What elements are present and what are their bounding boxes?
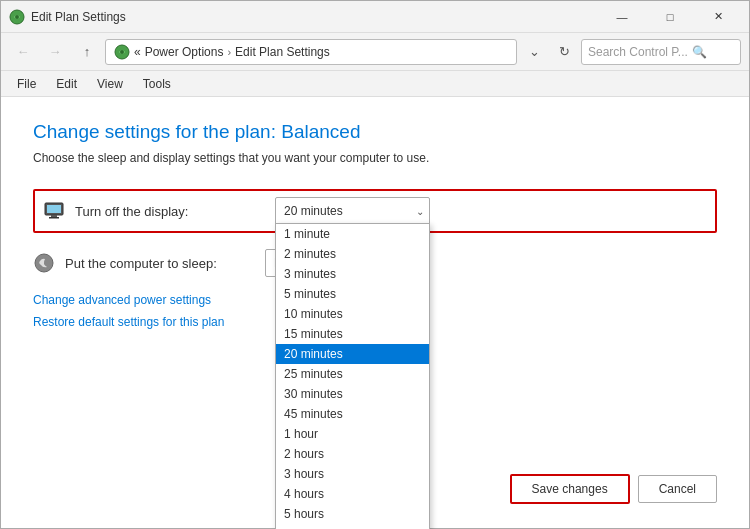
sleep-label: Put the computer to sleep: [65, 256, 265, 271]
minimize-button[interactable]: — [599, 2, 645, 32]
sleep-icon [33, 252, 55, 274]
option-3hrs[interactable]: 3 hours [276, 464, 429, 484]
option-never[interactable]: Never [276, 524, 429, 529]
option-4hrs[interactable]: 4 hours [276, 484, 429, 504]
maximize-button[interactable]: □ [647, 2, 693, 32]
svg-point-3 [120, 50, 124, 54]
cancel-button[interactable]: Cancel [638, 475, 717, 503]
path-sep: › [227, 46, 231, 58]
menu-bar: File Edit View Tools [1, 71, 749, 97]
search-box[interactable]: Search Control P... 🔍 [581, 39, 741, 65]
menu-file[interactable]: File [9, 75, 44, 93]
menu-view[interactable]: View [89, 75, 131, 93]
display-dropdown-wrapper: 20 minutes ⌄ 1 minute 2 minutes 3 minute… [275, 197, 430, 225]
up-button[interactable]: ↑ [73, 39, 101, 65]
option-45min[interactable]: 45 minutes [276, 404, 429, 424]
save-changes-button[interactable]: Save changes [510, 474, 630, 504]
bottom-buttons: Save changes Cancel [510, 474, 717, 504]
main-content: Change settings for the plan: Balanced C… [1, 97, 749, 528]
back-button[interactable]: ← [9, 39, 37, 65]
svg-rect-5 [47, 205, 61, 213]
option-15min[interactable]: 15 minutes [276, 324, 429, 344]
option-3min[interactable]: 3 minutes [276, 264, 429, 284]
svg-rect-7 [49, 217, 59, 219]
dropdown-arrow-path[interactable]: ⌄ [521, 39, 547, 65]
search-placeholder: Search Control P... [588, 45, 688, 59]
option-10min[interactable]: 10 minutes [276, 304, 429, 324]
forward-button[interactable]: → [41, 39, 69, 65]
address-bar: ← → ↑ « Power Options › Edit Plan Settin… [1, 33, 749, 71]
option-1hr[interactable]: 1 hour [276, 424, 429, 444]
option-2hrs[interactable]: 2 hours [276, 444, 429, 464]
address-path[interactable]: « Power Options › Edit Plan Settings [105, 39, 517, 65]
option-20min[interactable]: 20 minutes [276, 344, 429, 364]
option-5hrs[interactable]: 5 hours [276, 504, 429, 524]
page-subtitle: Choose the sleep and display settings th… [33, 151, 717, 165]
svg-rect-6 [51, 215, 57, 217]
page-title: Change settings for the plan: Balanced [33, 121, 717, 143]
window-icon [9, 9, 25, 25]
option-25min[interactable]: 25 minutes [276, 364, 429, 384]
option-1min[interactable]: 1 minute [276, 224, 429, 244]
svg-point-8 [35, 254, 53, 272]
display-settings-row: Turn off the display: 20 minutes ⌄ 1 min… [33, 189, 717, 233]
refresh-button[interactable]: ↻ [551, 39, 577, 65]
close-button[interactable]: ✕ [695, 2, 741, 32]
option-5min[interactable]: 5 minutes [276, 284, 429, 304]
window-title: Edit Plan Settings [31, 10, 599, 24]
search-icon: 🔍 [692, 45, 707, 59]
option-2min[interactable]: 2 minutes [276, 244, 429, 264]
path-power-options: Power Options [145, 45, 224, 59]
main-window: Edit Plan Settings — □ ✕ ← → ↑ « Power O… [0, 0, 750, 529]
title-bar: Edit Plan Settings — □ ✕ [1, 1, 749, 33]
menu-edit[interactable]: Edit [48, 75, 85, 93]
option-30min[interactable]: 30 minutes [276, 384, 429, 404]
display-dropdown[interactable]: 20 minutes [275, 197, 430, 225]
svg-point-1 [15, 15, 19, 19]
display-icon [43, 200, 65, 222]
window-controls: — □ ✕ [599, 2, 741, 32]
path-edit-plan: Edit Plan Settings [235, 45, 330, 59]
path-icon [114, 44, 130, 60]
dropdown-list: 1 minute 2 minutes 3 minutes 5 minutes 1… [275, 223, 430, 529]
menu-tools[interactable]: Tools [135, 75, 179, 93]
display-label: Turn off the display: [75, 204, 275, 219]
path-double-arrow: « [134, 45, 141, 59]
